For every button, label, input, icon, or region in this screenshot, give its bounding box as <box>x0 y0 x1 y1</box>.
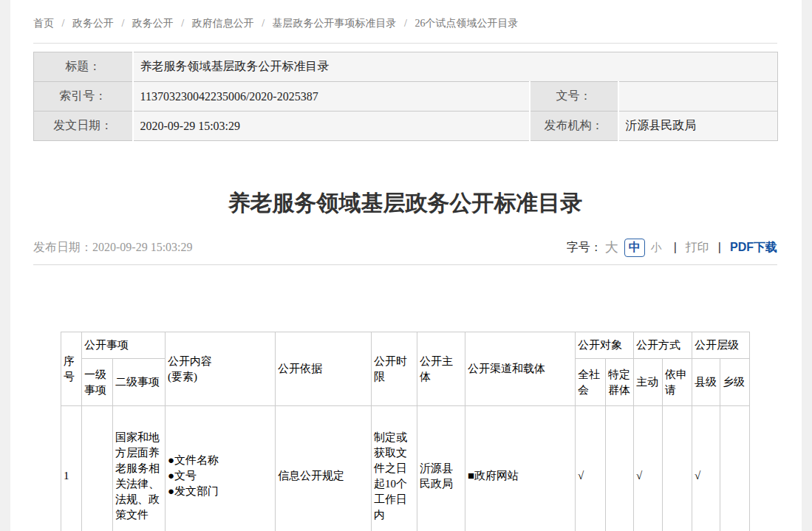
breadcrumb-gov-info[interactable]: 政府信息公开 <box>192 18 254 29</box>
col-header-target-specific: 特定群体 <box>606 359 634 406</box>
table-header-row-1: 序号 公开事项 公开内容 (要素) 公开依据 公开时限 公开主体 公开渠道和载体… <box>61 332 750 359</box>
fontsize-medium-button[interactable]: 中 <box>624 239 645 257</box>
breadcrumb-home[interactable]: 首页 <box>33 18 54 29</box>
breadcrumb-zwgk-1[interactable]: 政务公开 <box>72 18 114 29</box>
cell-basis: 信息公开规定 <box>276 406 372 531</box>
col-header-mode-group: 公开方式 <box>634 332 692 359</box>
col-header-time-limit: 公开时限 <box>372 332 417 406</box>
col-header-target-all: 全社会 <box>576 359 606 406</box>
meta-docnum-label: 文号： <box>530 82 618 112</box>
page: 首页 / 政务公开 / 政务公开 / 政府信息公开 / 基层政务公开事项标准目录… <box>10 0 802 531</box>
cell-subject: 沂源县民政局 <box>417 406 465 531</box>
cell-target-specific-check <box>606 406 634 531</box>
breadcrumb-zwgk-2[interactable]: 政务公开 <box>132 18 174 29</box>
cell-level-town-check <box>720 406 750 531</box>
col-header-level-county: 县级 <box>692 359 720 406</box>
page-title: 养老服务领域基层政务公开标准目录 <box>33 191 777 215</box>
fontsize-label: 字号： <box>567 240 602 256</box>
meta-title-value: 养老服务领域基层政务公开标准目录 <box>133 52 778 82</box>
meta-row-date: 发文日期： 2020-09-29 15:03:29 发布机构： 沂源县民政局 <box>34 112 778 141</box>
cell-content: ●文件名称 ●文号 ●发文部门 <box>166 406 276 531</box>
breadcrumb-pilot-catalog[interactable]: 26个试点领域公开目录 <box>414 18 518 29</box>
meta-row-index: 索引号： 113703230042235006/2020-2025387 文号： <box>34 82 778 112</box>
table-row: 1 国家和地方层面养老服务相关法律、法规、政策文件 ●文件名称 ●文号 ●发文部… <box>61 406 750 531</box>
pdf-download-link[interactable]: PDF下载 <box>730 240 777 256</box>
col-header-level-town: 乡级 <box>720 359 750 406</box>
divider-pipe: | <box>674 241 677 254</box>
breadcrumb-separator: / <box>262 18 265 29</box>
col-header-content: 公开内容 (要素) <box>166 332 276 406</box>
col-header-basis: 公开依据 <box>276 332 372 406</box>
cell-target-all-check: √ <box>576 406 606 531</box>
cell-level1 <box>82 406 113 531</box>
col-header-mode-request: 依申请 <box>663 359 692 406</box>
col-header-channel: 公开渠道和载体 <box>465 332 576 406</box>
article-controls: 字号： 大 中 小 | 打印 | PDF下载 <box>567 239 777 257</box>
article-info-bar: 发布日期：2020-09-29 15:03:29 字号： 大 中 小 | 打印 … <box>33 236 777 258</box>
cell-level2: 国家和地方层面养老服务相关法律、法规、政策文件 <box>113 406 166 531</box>
meta-org-label: 发布机构： <box>530 112 618 141</box>
col-header-target-group: 公开对象 <box>576 332 634 359</box>
title-divider <box>33 264 777 265</box>
col-header-item-group: 公开事项 <box>82 332 166 359</box>
document-meta-table: 标题： 养老服务领域基层政务公开标准目录 索引号： 11370323004223… <box>33 52 778 141</box>
col-header-no: 序号 <box>61 332 82 406</box>
col-header-level1: 一级事项 <box>82 359 113 406</box>
meta-title-label: 标题： <box>34 52 133 82</box>
cell-no: 1 <box>61 406 82 531</box>
cell-mode-request-check <box>663 406 692 531</box>
meta-row-title: 标题： 养老服务领域基层政务公开标准目录 <box>34 52 778 82</box>
col-header-level-group: 公开层级 <box>692 332 750 359</box>
print-button[interactable]: 打印 <box>686 240 709 256</box>
fontsize-large-button[interactable]: 大 <box>605 239 618 256</box>
cell-channel: ■政府网站 <box>465 406 576 531</box>
fontsize-small-button[interactable]: 小 <box>651 241 662 255</box>
divider-pipe: | <box>718 241 721 254</box>
publish-date-value: 2020-09-29 15:03:29 <box>92 241 193 253</box>
breadcrumb-separator: / <box>181 18 184 29</box>
publish-date-label: 发布日期： <box>33 241 92 253</box>
breadcrumb: 首页 / 政务公开 / 政务公开 / 政府信息公开 / 基层政务公开事项标准目录… <box>33 0 777 31</box>
col-header-level2: 二级事项 <box>113 359 166 406</box>
disclosure-directory-table: 序号 公开事项 公开内容 (要素) 公开依据 公开时限 公开主体 公开渠道和载体… <box>61 332 750 531</box>
meta-date-label: 发文日期： <box>34 112 133 141</box>
meta-docnum-value <box>618 82 778 112</box>
cell-mode-active-check: √ <box>634 406 663 531</box>
breadcrumb-separator: / <box>121 18 124 29</box>
meta-org-value: 沂源县民政局 <box>618 112 778 141</box>
col-header-mode-active: 主动 <box>634 359 663 406</box>
meta-index-value: 113703230042235006/2020-2025387 <box>133 82 530 112</box>
col-header-subject: 公开主体 <box>417 332 465 406</box>
meta-index-label: 索引号： <box>34 82 133 112</box>
breadcrumb-separator: / <box>404 18 407 29</box>
cell-level-county-check: √ <box>692 406 720 531</box>
publish-date: 发布日期：2020-09-29 15:03:29 <box>33 240 193 256</box>
breadcrumb-divider <box>33 43 777 44</box>
breadcrumb-standard-catalog[interactable]: 基层政务公开事项标准目录 <box>273 18 397 29</box>
breadcrumb-separator: / <box>62 18 65 29</box>
cell-time-limit: 制定或获取文件之日起10个工作日内 <box>372 406 417 531</box>
meta-date-value: 2020-09-29 15:03:29 <box>133 112 530 141</box>
